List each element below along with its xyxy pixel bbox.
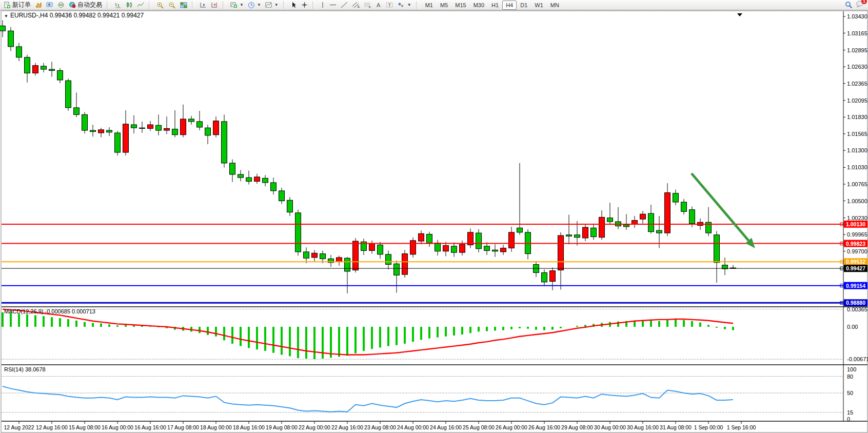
text-tool-button[interactable]: A [373, 1, 384, 10]
svg-text:1.01030: 1.01030 [847, 164, 867, 170]
trendline-tool-button[interactable] [339, 1, 350, 10]
horizontal-line-icon [329, 2, 337, 8]
text-label-tool-button[interactable]: T [384, 1, 396, 10]
period-button[interactable]: ▼ [246, 1, 263, 10]
svg-text:16 Aug 16:00: 16 Aug 16:00 [134, 424, 166, 430]
svg-text:E: E [358, 5, 360, 8]
svg-text:0.99700: 0.99700 [847, 248, 867, 254]
svg-text:31 Aug 08:00: 31 Aug 08:00 [660, 424, 692, 430]
price-chart[interactable]: 1.001300.998230.995320.994270.991540.988… [0, 10, 868, 433]
timeframe-h4[interactable]: H4 [502, 1, 517, 10]
timeframe-w1[interactable]: W1 [531, 1, 547, 10]
crosshair-icon [301, 2, 308, 8]
cursor-tool-button[interactable] [289, 1, 299, 10]
timeframe-m30[interactable]: M30 [470, 1, 488, 10]
timeframe-h1[interactable]: H1 [488, 1, 502, 10]
timeframe-m15[interactable]: M15 [451, 1, 469, 10]
vline-tool-button[interactable] [318, 1, 327, 10]
autotrading-label: 自动交易 [77, 1, 102, 9]
hline-tool-button[interactable] [327, 1, 339, 10]
add-indicator-button[interactable]: ▼ [228, 1, 246, 10]
auto-scroll-icon [200, 2, 207, 8]
bar-chart-button[interactable] [112, 1, 124, 10]
timeframe-m1[interactable]: M1 [422, 1, 437, 10]
fibonacci-tool-button[interactable]: F [362, 1, 373, 10]
svg-text:15 Aug 08:00: 15 Aug 08:00 [69, 424, 101, 430]
zoom-out-icon [168, 2, 176, 9]
clock-icon [248, 2, 255, 9]
svg-text:0.99823: 0.99823 [846, 241, 865, 247]
svg-text:24 Aug 16:00: 24 Aug 16:00 [430, 424, 462, 430]
vertical-line-icon [320, 2, 325, 8]
svg-text:T: T [388, 3, 391, 8]
channel-tool-button[interactable]: E [350, 1, 362, 10]
search-icon[interactable] [845, 1, 853, 9]
chart-window[interactable]: 1.001300.998230.995320.994270.991540.988… [0, 10, 868, 433]
svg-text:25 Aug 08:00: 25 Aug 08:00 [463, 424, 495, 430]
zoom-in-button[interactable] [154, 1, 166, 10]
main-toolbar: 新订单 自动交易 [0, 0, 868, 10]
svg-text:RSI(14) 38.0678: RSI(14) 38.0678 [4, 366, 46, 372]
svg-text:0.99532: 0.99532 [846, 259, 865, 265]
timeframe-m5[interactable]: M5 [437, 1, 451, 10]
crosshair-tool-button[interactable] [299, 1, 310, 10]
svg-text:0.00: 0.00 [847, 324, 858, 330]
svg-text:26 Aug 00:00: 26 Aug 00:00 [496, 424, 527, 430]
svg-text:A: A [377, 2, 381, 8]
toolbar-separator [192, 2, 195, 9]
svg-text:29 Aug 08:00: 29 Aug 08:00 [561, 424, 593, 430]
arrows-icon [398, 2, 405, 8]
zoom-out-button[interactable] [166, 1, 178, 10]
svg-text:12 Aug 2022: 12 Aug 2022 [4, 424, 34, 430]
toolbar-separator [416, 2, 419, 9]
svg-text:MACD(12,26,9) -0.000685 0.0007: MACD(12,26,9) -0.000685 0.000713 [4, 308, 95, 314]
svg-text:50: 50 [847, 390, 853, 396]
svg-text:1 Sep 16:00: 1 Sep 16:00 [727, 424, 756, 430]
svg-text:15: 15 [847, 409, 853, 416]
line-chart-button[interactable] [135, 1, 146, 10]
market-watch-button[interactable] [33, 1, 44, 10]
notifications-button[interactable]: 1 [856, 1, 864, 9]
toolbar-separator [283, 2, 286, 9]
template-button[interactable]: ▼ [263, 1, 281, 10]
zoom-in-icon [156, 2, 164, 9]
svg-text:19 Aug 08:00: 19 Aug 08:00 [266, 424, 298, 430]
svg-text:1.01830: 1.01830 [847, 114, 867, 120]
new-order-button[interactable]: 新订单 [2, 1, 33, 10]
svg-text:22 Aug 16:00: 22 Aug 16:00 [331, 424, 363, 430]
svg-text:F: F [369, 6, 371, 8]
timeframe-mn[interactable]: MN [547, 1, 563, 10]
arrows-tool-button[interactable]: ▼ [396, 1, 413, 10]
svg-text:1.01300: 1.01300 [847, 147, 867, 153]
terminal-button[interactable] [44, 1, 55, 10]
cursor-icon [291, 2, 297, 8]
svg-text:1.02365: 1.02365 [847, 81, 867, 87]
candle-chart-button[interactable] [124, 1, 135, 10]
toolbar-separator [107, 2, 110, 9]
timeframe-d1[interactable]: D1 [517, 1, 531, 10]
fibonacci-icon: F [364, 2, 371, 8]
svg-text:▼: ▼ [4, 14, 8, 18]
chart-shift-button[interactable] [209, 1, 220, 10]
chart-shift-icon [211, 2, 218, 8]
svg-text:1.00765: 1.00765 [847, 181, 867, 187]
svg-text:0.98880: 0.98880 [846, 300, 865, 306]
signals-icon [57, 2, 65, 8]
tile-windows-button[interactable] [178, 1, 189, 10]
svg-text:80: 80 [847, 373, 853, 380]
autotrading-button[interactable]: 自动交易 [67, 1, 104, 10]
dropdown-caret: ▼ [274, 3, 279, 7]
toolbar-separator [149, 2, 152, 9]
autotrading-icon [69, 2, 76, 8]
svg-text:1.00130: 1.00130 [846, 221, 865, 227]
svg-text:1.02095: 1.02095 [847, 97, 867, 104]
svg-text:26 Aug 16:00: 26 Aug 16:00 [528, 424, 560, 430]
market-watch-icon [35, 2, 42, 8]
svg-text:1 Sep 00:00: 1 Sep 00:00 [694, 424, 723, 430]
svg-text:1.00230: 1.00230 [847, 215, 867, 221]
unread-badge: 1 [861, 0, 867, 4]
svg-text:18 Aug 16:00: 18 Aug 16:00 [233, 424, 265, 430]
dropdown-caret: ▼ [240, 3, 244, 7]
auto-scroll-button[interactable] [198, 1, 209, 10]
signals-button[interactable] [55, 1, 67, 10]
